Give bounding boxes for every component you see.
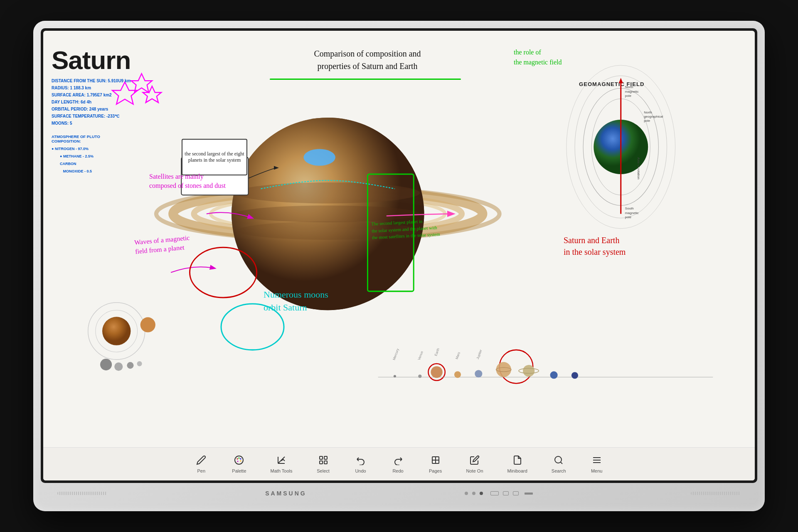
saturn-earth-note: Saturn and Earthin the solar system — [564, 234, 672, 258]
svg-point-64 — [237, 458, 238, 459]
svg-point-19 — [394, 375, 396, 377]
svg-point-21 — [431, 366, 443, 378]
svg-rect-71 — [320, 461, 323, 464]
svg-text:pole: pole — [625, 215, 632, 219]
svg-point-38 — [100, 359, 112, 370]
svg-text:Earth: Earth — [434, 348, 440, 357]
undo-button[interactable]: Undo — [348, 452, 373, 477]
magnetic-role-note: the role ofthe magnetic field — [514, 47, 618, 67]
svg-point-6 — [156, 188, 500, 240]
svg-point-25 — [496, 367, 511, 372]
undo-icon — [356, 455, 366, 467]
svg-point-29 — [571, 372, 578, 379]
svg-point-35 — [88, 303, 145, 360]
palette-button[interactable]: Palette — [226, 452, 252, 477]
svg-point-42 — [140, 317, 155, 332]
math-tools-button[interactable]: Math Tools — [265, 452, 298, 477]
svg-point-5 — [194, 195, 462, 233]
svg-rect-13 — [367, 174, 414, 291]
menu-button[interactable]: Menu — [584, 452, 609, 477]
svg-point-20 — [418, 374, 421, 378]
svg-point-36 — [96, 310, 138, 352]
miniboard-button[interactable]: Miniboard — [502, 452, 533, 477]
palette-label: Palette — [232, 468, 246, 473]
menu-icon — [592, 455, 602, 467]
miniboard-label: Miniboard — [507, 468, 527, 473]
note-on-icon — [470, 455, 480, 467]
select-icon — [318, 455, 328, 467]
right-speaker — [691, 492, 741, 495]
pen-button[interactable]: Pen — [189, 452, 214, 477]
palette-icon — [234, 455, 244, 467]
left-panel: Saturn DISTANCE FROM THE SUN: 5.910U9 km… — [52, 43, 168, 175]
svg-point-76 — [555, 456, 562, 463]
miniboard-icon — [512, 455, 522, 467]
svg-point-22 — [454, 371, 461, 378]
svg-rect-70 — [324, 456, 327, 459]
toolbar: Pen Palette — [43, 447, 755, 480]
svg-point-65 — [239, 457, 240, 458]
usb-port — [525, 493, 533, 495]
ctrl-dot-2 — [472, 492, 475, 495]
svg-point-48 — [566, 65, 675, 229]
bottom-controls — [465, 491, 533, 495]
math-tools-label: Math Tools — [271, 468, 293, 473]
svg-point-27 — [519, 368, 539, 373]
svg-rect-72 — [324, 461, 327, 464]
svg-text:magnetic: magnetic — [625, 90, 639, 94]
monitor: Mercury Venus Earth Mars Jupiter — [33, 21, 765, 511]
planet-info: DISTANCE FROM THE SUN: 5.910U9 km RADIUS… — [52, 77, 168, 127]
svg-point-68 — [237, 461, 239, 462]
canvas-area[interactable]: Mercury Venus Earth Mars Jupiter — [43, 31, 755, 447]
monitor-bottom: SAMSUNG — [41, 483, 757, 504]
svg-point-40 — [127, 362, 133, 369]
svg-text:North: North — [625, 85, 633, 89]
redo-button[interactable]: Redo — [386, 452, 411, 477]
ctrl-dot-3 — [480, 492, 483, 495]
search-button[interactable]: Search — [546, 452, 572, 477]
svg-point-41 — [137, 361, 142, 366]
svg-point-62 — [232, 118, 424, 310]
svg-point-16 — [428, 364, 445, 380]
power-port — [490, 491, 499, 495]
svg-text:Venus: Venus — [417, 351, 424, 361]
svg-point-8 — [232, 118, 424, 310]
undo-label: Undo — [355, 468, 366, 473]
svg-text:pole: pole — [644, 119, 650, 123]
pen-icon — [196, 455, 206, 467]
menu-label: Menu — [591, 468, 603, 473]
svg-text:magnetic: magnetic — [625, 211, 639, 215]
screen-bezel: Mercury Venus Earth Mars Jupiter — [41, 28, 757, 483]
svg-point-24 — [496, 362, 511, 377]
svg-point-66 — [240, 458, 241, 459]
pages-label: Pages — [429, 468, 442, 473]
svg-point-47 — [575, 76, 667, 218]
svg-point-26 — [523, 365, 534, 377]
svg-point-9 — [236, 182, 420, 203]
svg-text:pole: pole — [625, 94, 632, 98]
svg-point-39 — [114, 362, 123, 371]
search-label: Search — [552, 468, 566, 473]
svg-point-11 — [238, 222, 418, 240]
pen-label: Pen — [197, 468, 206, 473]
atmosphere-items: ● NITROGEN - 97.0% ● METHANE - 2.5% CARB… — [52, 145, 168, 175]
svg-marker-51 — [619, 78, 623, 83]
title-underline — [270, 79, 461, 80]
select-button[interactable]: Select — [311, 452, 336, 477]
svg-point-46 — [583, 88, 658, 205]
hdmi-port-2 — [513, 491, 519, 495]
magnetic-waves-note: Waves of a magneticfield from a planet — [134, 231, 218, 256]
svg-point-37 — [102, 317, 131, 345]
hdmi-port-1 — [503, 491, 509, 495]
pages-button[interactable]: Pages — [423, 452, 448, 477]
svg-point-15 — [221, 304, 284, 350]
svg-text:Jupiter: Jupiter — [476, 349, 483, 360]
note-on-label: Note On — [466, 468, 483, 473]
note-on-button[interactable]: Note On — [461, 452, 489, 477]
search-icon — [554, 455, 564, 467]
select-label: Select — [317, 468, 330, 473]
pages-icon — [431, 455, 441, 467]
screen: Mercury Venus Earth Mars Jupiter — [43, 31, 755, 480]
svg-point-10 — [236, 205, 420, 222]
svg-point-12 — [303, 149, 335, 165]
